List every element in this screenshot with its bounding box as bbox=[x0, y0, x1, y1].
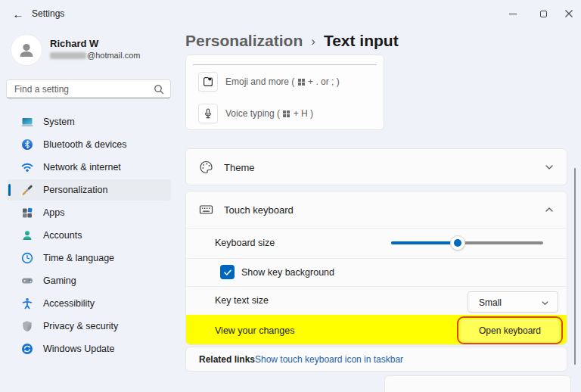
paintbrush-icon bbox=[21, 184, 33, 196]
sidebar-item-time-language[interactable]: Time & language bbox=[7, 247, 171, 269]
slider-thumb[interactable] bbox=[450, 235, 465, 250]
sidebar-item-accessibility[interactable]: Accessibility bbox=[7, 293, 171, 314]
search-box[interactable] bbox=[6, 79, 171, 98]
next-card-edge bbox=[384, 375, 571, 392]
chevron-down-icon bbox=[544, 162, 555, 173]
windows-key-icon bbox=[283, 110, 290, 117]
breadcrumb-section[interactable]: Personalization bbox=[185, 32, 303, 50]
sidebar-item-label: Network & internet bbox=[43, 162, 121, 173]
shortcut-text: Voice typing ( bbox=[225, 108, 282, 119]
slider-fill bbox=[391, 241, 458, 244]
email-domain: @hotmail.com bbox=[87, 51, 140, 60]
input-shortcuts-card: Emoji and more ( + . or ; ) Voice typing… bbox=[185, 54, 384, 130]
show-key-background-label: Show key background bbox=[241, 267, 334, 278]
emoji-panel-button[interactable] bbox=[198, 72, 218, 92]
emoji-panel-icon bbox=[202, 76, 214, 88]
chevron-up-icon bbox=[544, 204, 555, 215]
sidebar-item-label: Personalization bbox=[43, 185, 107, 195]
slider-track[interactable] bbox=[391, 241, 543, 244]
microphone-icon bbox=[202, 107, 214, 120]
key-text-size-dropdown[interactable]: Small bbox=[468, 291, 558, 313]
redacted-email-prefix bbox=[50, 52, 86, 59]
back-button[interactable]: ← bbox=[9, 5, 27, 23]
minimize-button[interactable] bbox=[496, 0, 530, 27]
shield-icon bbox=[21, 320, 33, 332]
person-icon bbox=[21, 229, 33, 241]
wifi-icon bbox=[21, 161, 33, 173]
page-title: Text input bbox=[324, 32, 399, 50]
sidebar-item-label: Accounts bbox=[43, 230, 82, 241]
search-input[interactable] bbox=[14, 81, 151, 97]
titlebar: ← Settings bbox=[0, 0, 581, 27]
windows-key-icon bbox=[298, 79, 305, 86]
sidebar-item-label: Time & language bbox=[43, 253, 114, 263]
gamepad-icon bbox=[21, 275, 33, 287]
divider bbox=[193, 64, 377, 65]
keyboard-size-label: Keyboard size bbox=[215, 238, 275, 248]
clock-globe-icon bbox=[21, 252, 33, 264]
sidebar-item-label: Privacy & security bbox=[43, 321, 118, 331]
palette-icon bbox=[199, 160, 213, 175]
sidebar-item-apps[interactable]: Apps bbox=[7, 202, 171, 223]
view-changes-label: View your changes bbox=[215, 325, 294, 336]
theme-expander[interactable]: Theme bbox=[185, 148, 567, 185]
view-changes-row-highlight: View your changes Open keyboard bbox=[186, 315, 567, 345]
chevron-right-icon: › bbox=[311, 33, 315, 49]
shortcut-text: + . or ; ) bbox=[306, 76, 340, 87]
dropdown-value: Small bbox=[479, 297, 502, 308]
sidebar-item-windows-update[interactable]: Windows Update bbox=[7, 338, 171, 359]
close-button[interactable] bbox=[557, 0, 581, 27]
maximize-button[interactable] bbox=[530, 0, 557, 27]
sidebar-item-label: Apps bbox=[43, 207, 65, 218]
user-email: @hotmail.com bbox=[50, 51, 140, 60]
sidebar-item-accounts[interactable]: Accounts bbox=[7, 225, 171, 246]
shortcut-row-label: Voice typing ( + H ) bbox=[225, 108, 313, 119]
sidebar-item-gaming[interactable]: Gaming bbox=[7, 270, 171, 291]
touch-keyboard-title: Touch keyboard bbox=[224, 204, 294, 216]
divider bbox=[186, 258, 567, 259]
key-text-size-label: Key text size bbox=[215, 295, 269, 306]
scrollbar-thumb[interactable] bbox=[574, 168, 576, 365]
shortcut-text: Emoji and more ( bbox=[225, 76, 297, 87]
minimize-icon bbox=[509, 14, 517, 14]
sidebar-item-label: Bluetooth & devices bbox=[43, 139, 127, 150]
open-keyboard-button[interactable]: Open keyboard bbox=[461, 319, 559, 341]
checkmark-icon bbox=[223, 268, 232, 277]
apps-icon bbox=[21, 207, 33, 219]
user-icon bbox=[17, 40, 36, 60]
touch-keyboard-expander: Touch keyboard Keyboard size Show key ba… bbox=[185, 191, 567, 345]
maximize-icon bbox=[540, 11, 547, 17]
related-links-title: Related links bbox=[199, 354, 255, 365]
selected-accent-bar bbox=[8, 184, 11, 196]
keyboard-size-slider[interactable] bbox=[391, 235, 543, 250]
update-refresh-icon bbox=[21, 343, 33, 355]
system-icon bbox=[21, 116, 33, 128]
sidebar-item-personalization[interactable]: Personalization bbox=[7, 179, 171, 201]
sidebar-item-system[interactable]: System bbox=[7, 111, 171, 132]
sidebar-item-label: System bbox=[43, 117, 75, 127]
divider bbox=[186, 286, 567, 287]
chevron-down-icon bbox=[541, 299, 549, 307]
breadcrumb: Personalization › Text input bbox=[185, 32, 399, 50]
divider bbox=[186, 228, 567, 229]
shortcut-text: + H ) bbox=[290, 108, 313, 119]
bluetooth-icon bbox=[21, 138, 33, 151]
accessibility-person-icon bbox=[21, 297, 33, 310]
touch-keyboard-header[interactable]: Touch keyboard bbox=[186, 191, 567, 228]
related-links-card: Related links Show touch keyboard icon i… bbox=[185, 347, 567, 372]
sidebar-item-network[interactable]: Network & internet bbox=[7, 157, 171, 178]
back-arrow-icon: ← bbox=[13, 8, 24, 20]
touch-keyboard-icon bbox=[199, 203, 213, 217]
theme-expander-header[interactable]: Theme bbox=[186, 149, 567, 185]
sidebar-item-bluetooth[interactable]: Bluetooth & devices bbox=[7, 134, 171, 155]
avatar[interactable] bbox=[11, 35, 42, 65]
close-icon bbox=[564, 9, 573, 18]
taskbar-keyboard-link[interactable]: Show touch keyboard icon in taskbar bbox=[255, 354, 403, 365]
sidebar-item-label: Windows Update bbox=[43, 344, 115, 354]
theme-title: Theme bbox=[224, 162, 254, 173]
sidebar-item-label: Gaming bbox=[43, 275, 76, 286]
show-key-background-checkbox[interactable] bbox=[220, 265, 235, 279]
sidebar-item-privacy-security[interactable]: Privacy & security bbox=[7, 316, 171, 337]
voice-typing-button[interactable] bbox=[198, 104, 218, 123]
user-name: Richard W bbox=[50, 38, 98, 49]
